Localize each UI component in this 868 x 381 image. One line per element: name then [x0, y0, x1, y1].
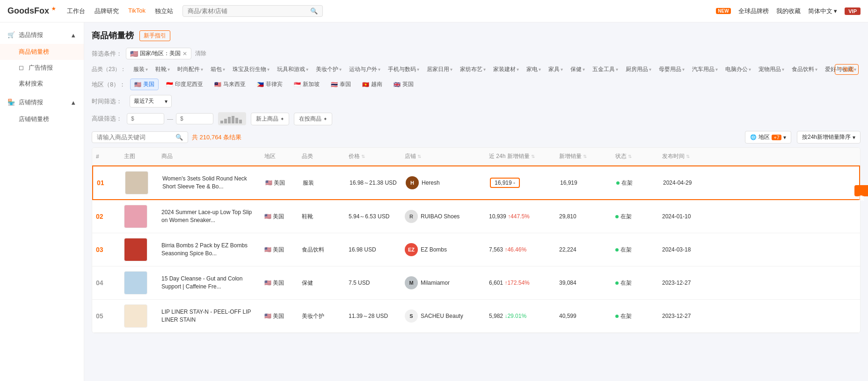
date-cell-3: 2024-03-18	[658, 242, 715, 258]
table-header-1[interactable]: 主图	[120, 148, 158, 165]
sidebar-item-product-ranking[interactable]: 商品销量榜	[0, 44, 84, 60]
table-header-2[interactable]: 商品	[158, 148, 261, 165]
new-product-filter-button[interactable]: 新上商品 ✦	[251, 113, 289, 125]
product-name-cell-1[interactable]: Women's 3sets Solid Round Neck Short Sle…	[159, 170, 262, 195]
category-item-运动与户外[interactable]: 运动与户外 ▾	[346, 64, 383, 75]
category-item-居家日用[interactable]: 居家日用 ▾	[424, 64, 455, 75]
region-item-vn[interactable]: 🇻🇳越南	[358, 79, 386, 90]
global-brand-ranking[interactable]: 全球品牌榜	[738, 7, 769, 15]
table-row-1[interactable]: 01Women's 3sets Solid Round Neck Short S…	[92, 165, 860, 200]
category-item-珠宝及衍生物[interactable]: 珠宝及衍生物 ▾	[230, 64, 272, 75]
new-product-icon: ✦	[280, 116, 284, 122]
store-cell-2[interactable]: R RUIBAO Shoes	[401, 205, 485, 228]
collapse-categories-button[interactable]: ^ 收起	[835, 64, 859, 75]
product-name-cell-4[interactable]: 15 Day Cleanse - Gut and Colon Support |…	[158, 270, 261, 295]
region-item-sg[interactable]: 🇸🇬新加坡	[290, 79, 323, 90]
advanced-filter-label: 高级筛选：	[92, 115, 122, 123]
table-row-3[interactable]: 03Birria Bombs 2 Pack by EZ Bombs Season…	[92, 233, 860, 266]
global-search-icon[interactable]: 🔍	[310, 7, 318, 14]
table-header-5[interactable]: 价格 ⇅	[345, 148, 401, 165]
filter-remove-icon[interactable]: ✕	[182, 50, 187, 57]
table-header-9[interactable]: 状态 ⇅	[612, 148, 658, 165]
store-cell-1[interactable]: H Heresh	[402, 172, 486, 194]
table-row-2[interactable]: 022024 Summer Lace-up Low Top Slip on Wo…	[92, 200, 860, 233]
category-item-汽车用品[interactable]: 汽车用品 ▾	[689, 64, 721, 75]
global-search-input[interactable]	[188, 7, 310, 14]
status-cell-4: 在架	[612, 274, 658, 292]
category-item-家具[interactable]: 家具 ▾	[546, 64, 566, 75]
time-select[interactable]: 最近7天 ▾	[130, 95, 172, 108]
category-item-家纺布艺[interactable]: 家纺布艺 ▾	[457, 64, 489, 75]
sidebar-item-store-ranking[interactable]: 店铺销量榜	[0, 111, 84, 127]
price-from-input[interactable]	[127, 113, 164, 124]
nav-tiktok[interactable]: TikTok	[128, 7, 146, 15]
category-item-玩具和游戏[interactable]: 玩具和游戏 ▾	[274, 64, 311, 75]
category-item-箱包[interactable]: 箱包 ▾	[208, 64, 228, 75]
category-cell-1: 服装	[299, 174, 346, 192]
table-header-8[interactable]: 新增销量 ⇅	[555, 148, 612, 165]
region-item-id[interactable]: 🇮🇩印度尼西亚	[162, 79, 207, 90]
nav-standalone[interactable]: 独立站	[155, 7, 173, 15]
filter-clear-button[interactable]: 清除	[195, 50, 206, 58]
region-column-select[interactable]: 🌐 地区 +7 ▾	[745, 131, 791, 144]
product-name-cell-5[interactable]: LIP LINER STAY-N - PEEL-OFF LIP LINER ST…	[158, 303, 261, 329]
product-name-cell-3[interactable]: Birria Bombs 2 Pack by EZ Bombs Seasonin…	[158, 237, 261, 262]
category-item-服装[interactable]: 服装 ▾	[131, 64, 151, 75]
sidebar-header-store-intel[interactable]: 🏪店铺情报 ▲	[0, 93, 84, 111]
sidebar-section-store-intel: 🏪店铺情报 ▲ 店铺销量榜	[0, 93, 84, 127]
svg-rect-3	[232, 116, 234, 123]
nav-worktable[interactable]: 工作台	[67, 7, 85, 15]
category-item-家电[interactable]: 家电 ▾	[524, 64, 544, 75]
table-header-4[interactable]: 品类	[298, 148, 345, 165]
table-row-4[interactable]: 0415 Day Cleanse - Gut and Colon Support…	[92, 266, 860, 300]
category-item-五金工具[interactable]: 五金工具 ▾	[590, 64, 621, 75]
price-to-input[interactable]	[176, 113, 213, 124]
product-search-input[interactable]	[97, 134, 175, 141]
region-item-th[interactable]: 🇹🇭泰国	[327, 79, 355, 90]
language-selector[interactable]: 简体中文 ▾	[808, 7, 838, 15]
store-cell-4[interactable]: M Milamiamor	[401, 272, 485, 294]
guide-link[interactable]: 新手指引	[139, 30, 170, 41]
category-item-食品饮料[interactable]: 食品饮料 ▾	[789, 64, 820, 75]
product-name-cell-2[interactable]: 2024 Summer Lace-up Low Top Slip on Wome…	[158, 204, 261, 229]
table-header-10[interactable]: 发布时间 ⇅	[658, 148, 715, 165]
category-item-家装建材[interactable]: 家装建材 ▾	[490, 64, 522, 75]
collect-sidebar-button[interactable]: 收藏夹	[854, 185, 868, 196]
sidebar-item-ad-intel[interactable]: ◻ 广告情报	[0, 60, 84, 76]
table-header-7[interactable]: 近 24h 新增销量 ⇅	[485, 148, 555, 165]
global-search-bar[interactable]: 🔍	[182, 5, 323, 17]
store-cell-3[interactable]: EZ EZ Bombs	[401, 238, 485, 261]
category-item-母婴用品[interactable]: 母婴用品 ▾	[656, 64, 687, 75]
category-item-保健[interactable]: 保健 ▾	[568, 64, 588, 75]
category-item-手机与数码[interactable]: 手机与数码 ▾	[385, 64, 422, 75]
table-header-0[interactable]: #	[92, 148, 120, 165]
region-label: 地区（8）：	[92, 80, 125, 89]
product-search-bar[interactable]: 🔍	[92, 131, 188, 143]
product-search-icon[interactable]: 🔍	[175, 134, 183, 141]
active-filter-tag[interactable]: 🇺🇸 国家/地区：美国 ✕	[126, 48, 191, 59]
store-cell-5[interactable]: S SACHEU Beauty	[401, 305, 485, 327]
category-cell-3: 食品饮料	[298, 241, 345, 259]
sidebar-header-product-intel[interactable]: 🛒选品情报 ▲	[0, 26, 84, 44]
table-header-3[interactable]: 地区	[261, 148, 298, 165]
category-item-时尚配件[interactable]: 时尚配件 ▾	[175, 64, 206, 75]
my-collections[interactable]: 我的收藏	[776, 7, 801, 15]
table-row-5[interactable]: 05LIP LINER STAY-N - PEEL-OFF LIP LINER …	[92, 300, 860, 333]
category-item-宠物用品[interactable]: 宠物用品 ▾	[756, 64, 787, 75]
status-cell-5: 在架	[612, 308, 658, 325]
sidebar-item-material-search[interactable]: 素材搜索	[0, 76, 84, 92]
region-item-my[interactable]: 🇲🇾马来西亚	[211, 79, 249, 90]
region-item-gb[interactable]: 🇬🇧英国	[390, 79, 417, 90]
nav-brand-research[interactable]: 品牌研究	[95, 7, 119, 15]
logo[interactable]: GoodsFox ★	[7, 6, 56, 16]
sort-order-select[interactable]: 按24h新增销量降序 ▾	[797, 131, 861, 144]
region-item-ph[interactable]: 🇵🇭菲律宾	[253, 79, 286, 90]
vip-button[interactable]: VIP	[845, 7, 861, 15]
running-ad-filter-button[interactable]: 在投商品 ✦	[294, 113, 332, 125]
table-header-6[interactable]: 店铺 ⇅	[401, 148, 485, 165]
region-item-us[interactable]: 🇺🇸美国	[130, 79, 159, 90]
category-item-电脑办公[interactable]: 电脑办公 ▾	[722, 64, 754, 75]
category-item-厨房用品[interactable]: 厨房用品 ▾	[623, 64, 654, 75]
category-item-鞋靴[interactable]: 鞋靴 ▾	[153, 64, 173, 75]
category-item-美妆个护[interactable]: 美妆个护 ▾	[313, 64, 344, 75]
